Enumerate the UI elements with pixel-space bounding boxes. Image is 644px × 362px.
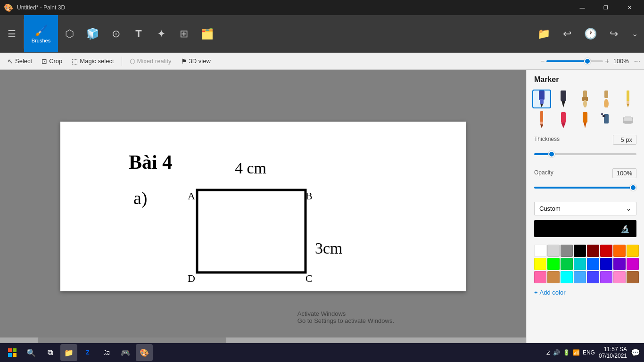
- network-icon[interactable]: 📶: [573, 349, 580, 356]
- color-swatch[interactable]: [600, 258, 612, 270]
- select-tool-button[interactable]: ↖ Select: [4, 56, 36, 67]
- color-swatch[interactable]: [627, 271, 639, 283]
- taskbar-clock[interactable]: 11:57 SA 07/10/2021: [599, 346, 627, 359]
- open-file-button[interactable]: 📁: [532, 15, 556, 52]
- gamebar-button[interactable]: 🎮: [117, 344, 134, 361]
- task-view-button[interactable]: ⧉: [41, 344, 58, 361]
- color-swatch[interactable]: [534, 271, 546, 283]
- eyedropper-button[interactable]: 🔬: [618, 223, 633, 234]
- canvas-scrollbar[interactable]: [0, 337, 526, 343]
- brush-pencil2[interactable]: [532, 110, 551, 129]
- color-swatch[interactable]: [587, 245, 599, 257]
- svg-text:C: C: [305, 272, 313, 284]
- file-menu-button[interactable]: ☰: [0, 15, 24, 52]
- color-swatch[interactable]: [627, 258, 639, 270]
- color-swatch[interactable]: [547, 271, 560, 283]
- color-swatch[interactable]: [547, 258, 560, 270]
- color-swatch[interactable]: [613, 258, 626, 270]
- redo-icon: ↪: [610, 28, 618, 40]
- zoom-out-button[interactable]: −: [540, 57, 545, 66]
- lang-indicator[interactable]: ENG: [583, 349, 595, 356]
- effects-tool-button[interactable]: ✦: [150, 15, 173, 52]
- redo-button[interactable]: ↪: [603, 15, 625, 52]
- select2d-tool-button[interactable]: ⬡: [58, 15, 81, 52]
- color-swatch[interactable]: [627, 245, 639, 257]
- notification-button[interactable]: 💬: [631, 348, 640, 357]
- history-icon: 🕐: [584, 28, 597, 40]
- svg-point-18: [604, 99, 609, 107]
- start-button[interactable]: [4, 344, 21, 361]
- main-area: Bài 4 a) 4 cm 3cm A B D C Activate Windo: [0, 70, 644, 343]
- search-button[interactable]: 🔍: [23, 344, 40, 361]
- drawing-canvas[interactable]: Bài 4 a) 4 cm 3cm A B D C: [60, 122, 466, 291]
- undo-button[interactable]: ↩: [556, 15, 578, 52]
- color-swatch[interactable]: [534, 245, 546, 257]
- thickness-slider[interactable]: [534, 153, 636, 155]
- color-swatch[interactable]: [587, 271, 599, 283]
- file-explorer-icon: 📁: [64, 348, 74, 357]
- color-swatch[interactable]: [613, 271, 626, 283]
- battery-icon[interactable]: 🔋: [563, 349, 570, 356]
- brush-pencil[interactable]: [619, 90, 637, 108]
- close-button[interactable]: ✕: [619, 0, 640, 15]
- brush-watercolor[interactable]: [597, 90, 616, 108]
- paint3d-taskbar-button[interactable]: 🎨: [136, 344, 153, 361]
- 3dlibrary-icon: 🗂️: [201, 28, 214, 40]
- 3dshapes-tool-button[interactable]: 🧊: [81, 15, 105, 52]
- zoom-in-button[interactable]: +: [605, 57, 609, 66]
- zoom-slider[interactable]: [546, 60, 603, 62]
- subtoolbar: ↖ Select ⊡ Crop ⬚ Magic select ⬡ Mixed r…: [0, 53, 644, 70]
- zalo-button[interactable]: Z: [79, 344, 96, 361]
- color-swatch[interactable]: [600, 245, 612, 257]
- zalo-tray-icon[interactable]: Z: [546, 349, 550, 356]
- file-explorer-button[interactable]: 📁: [60, 344, 77, 361]
- brush-oil[interactable]: [576, 90, 594, 108]
- magic-select-button[interactable]: ⬚ Magic select: [68, 56, 117, 67]
- scrollbar-thumb[interactable]: [38, 337, 226, 343]
- color-swatch[interactable]: [547, 245, 560, 257]
- color-swatch[interactable]: [561, 271, 573, 283]
- crop-tool-button[interactable]: ⊡ Crop: [38, 56, 66, 67]
- svg-text:4 cm: 4 cm: [235, 159, 266, 177]
- color-swatch[interactable]: [613, 245, 626, 257]
- files-icon: 🗂: [103, 348, 110, 357]
- color-dropdown-button[interactable]: Custom ⌄: [534, 202, 636, 215]
- brushes-tool-button[interactable]: 🖌️ Brushes: [24, 15, 58, 52]
- svg-marker-26: [561, 123, 566, 128]
- brush-calligraphy[interactable]: [554, 90, 573, 108]
- brush-crayon[interactable]: [554, 110, 573, 129]
- opacity-slider[interactable]: [534, 187, 636, 189]
- color-swatch[interactable]: [587, 258, 599, 270]
- svg-rect-36: [8, 353, 12, 357]
- 3dlibrary-tool-button[interactable]: 🗂️: [195, 15, 219, 52]
- color-swatch[interactable]: [534, 258, 546, 270]
- color-swatch[interactable]: [600, 271, 612, 283]
- more-button[interactable]: ⌄: [625, 15, 644, 52]
- mixed-reality-button[interactable]: ⬡ Mixed reality: [126, 56, 175, 67]
- color-swatch[interactable]: [574, 271, 586, 283]
- opacity-section: Opacity 100%: [527, 165, 644, 198]
- brush-marker2[interactable]: [576, 110, 594, 129]
- minimize-button[interactable]: —: [571, 0, 593, 15]
- color-swatch[interactable]: [574, 258, 586, 270]
- more-options-button[interactable]: ···: [634, 57, 640, 66]
- canvas-tool-button[interactable]: ⊞: [173, 15, 195, 52]
- brush-spray[interactable]: [597, 110, 616, 129]
- speaker-icon[interactable]: 🔊: [553, 349, 560, 356]
- canvas-area[interactable]: Bài 4 a) 4 cm 3cm A B D C Activate Windo: [0, 70, 526, 343]
- stickers-tool-button[interactable]: ⊙: [105, 15, 127, 52]
- maximize-button[interactable]: ❐: [595, 0, 617, 15]
- search-icon: 🔍: [26, 348, 36, 357]
- add-color-button[interactable]: + Add color: [527, 287, 644, 298]
- app-title: Untitled* - Paint 3D: [17, 4, 65, 11]
- color-swatch[interactable]: [561, 258, 573, 270]
- color-swatch[interactable]: [561, 245, 573, 257]
- brush-marker[interactable]: [532, 90, 551, 108]
- brush-eraser[interactable]: [619, 110, 637, 129]
- files-button[interactable]: 🗂: [98, 344, 115, 361]
- color-swatch[interactable]: [574, 245, 586, 257]
- view-3d-button[interactable]: ⚑ 3D view: [177, 56, 215, 67]
- text-tool-button[interactable]: T: [127, 15, 150, 52]
- thickness-section: Thickness 5 px: [527, 131, 644, 165]
- history-button[interactable]: 🕐: [578, 15, 603, 52]
